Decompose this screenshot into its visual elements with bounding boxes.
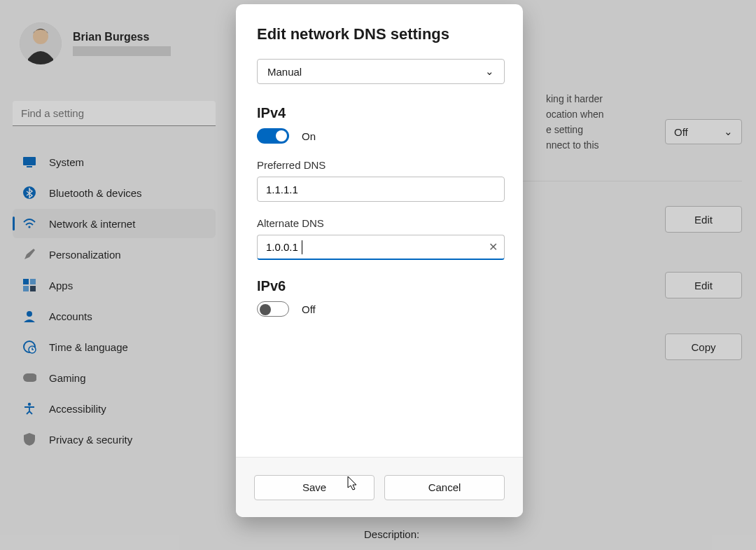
alternate-dns-label: Alternate DNS xyxy=(257,217,505,229)
ipv6-toggle[interactable] xyxy=(257,301,289,317)
ipv4-toggle[interactable] xyxy=(257,128,289,144)
ipv6-toggle-state: Off xyxy=(302,303,316,315)
dns-settings-modal: Edit network DNS settings Manual ⌄ IPv4 … xyxy=(236,4,523,517)
preferred-dns-input[interactable] xyxy=(257,177,505,202)
modal-title: Edit network DNS settings xyxy=(257,25,505,43)
preferred-dns-label: Preferred DNS xyxy=(257,159,505,171)
ipv4-toggle-state: On xyxy=(302,130,316,142)
cancel-button[interactable]: Cancel xyxy=(384,475,505,500)
text-cursor xyxy=(302,240,302,254)
chevron-down-icon: ⌄ xyxy=(485,65,494,78)
mouse-cursor xyxy=(347,476,360,491)
clear-input-icon[interactable]: ✕ xyxy=(489,240,498,254)
select-value: Manual xyxy=(267,66,302,78)
ipv4-heading: IPv4 xyxy=(257,105,505,121)
ipv6-heading: IPv6 xyxy=(257,278,505,294)
dns-mode-select[interactable]: Manual ⌄ xyxy=(257,59,505,84)
alternate-dns-input[interactable] xyxy=(257,235,505,260)
